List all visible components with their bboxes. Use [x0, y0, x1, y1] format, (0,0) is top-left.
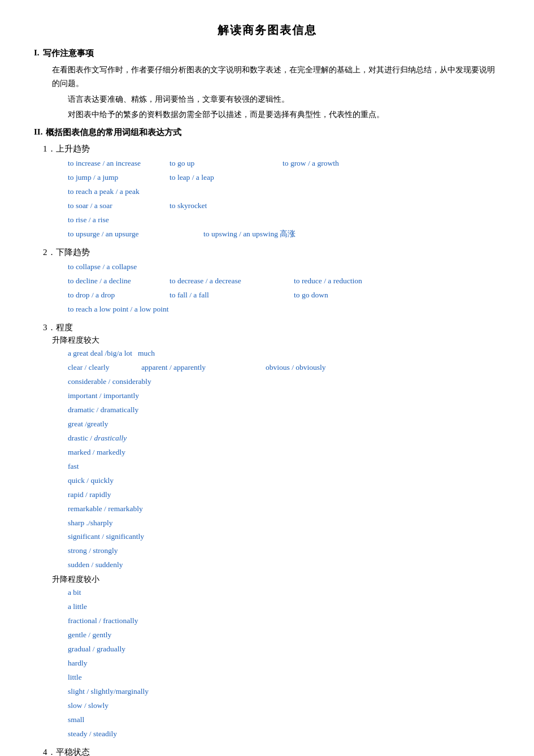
large-3: considerable / considerably [68, 375, 500, 389]
large-14: significant / significantly [68, 530, 500, 544]
item-1-row-2: to jump / a jump to leap / a leap [68, 171, 500, 185]
small-2: a little [68, 600, 500, 614]
vocab-grow: to grow / a growth [283, 157, 339, 171]
item-1-vocab: to increase / an increase to go up to gr… [68, 157, 500, 241]
small-7: little [68, 671, 500, 685]
item-2-row-4: to reach a low point / a low point [68, 303, 500, 317]
large-9: fast [68, 460, 500, 474]
vocab-go-up: to go up [170, 157, 283, 171]
vocab-go-down: to go down [294, 288, 328, 303]
large-10: quick / quickly [68, 474, 500, 488]
section-1-para2: 语言表达要准确、精炼，用词要恰当，文章要有较强的逻辑性。 [68, 93, 500, 106]
item-1-label: 1．上升趋势 [43, 144, 500, 154]
vocab-obvious: obvious / obviously [266, 361, 326, 375]
vocab-clear: clear / clearly [68, 361, 136, 375]
vocab-rise: to rise / a rise [68, 213, 109, 227]
large-13: sharp ./sharply [68, 516, 500, 530]
item-1: 1．上升趋势 to increase / an increase to go u… [34, 144, 500, 241]
small-9: slow / slowly [68, 699, 500, 713]
section-1: I. 写作注意事项 在看图表作文写作时，作者要仔细分析图表的文字说明和数字表述，… [34, 48, 500, 122]
small-1: a bit [68, 586, 500, 600]
item-2-row-2: to decline / a decline to decrease / a d… [68, 274, 500, 288]
sub-heading-large: 升降程度较大 [52, 335, 500, 345]
section-1-title: 写作注意事项 [43, 48, 94, 59]
large-5: dramatic / dramatically [68, 403, 500, 417]
roman-numeral-2: II. [34, 127, 42, 138]
item-3: 3．程度 升降程度较大 a great deal /big/a lot much… [34, 322, 500, 741]
item-1-row-5: to rise / a rise [68, 213, 500, 227]
large-8: marked / markedly [68, 446, 500, 460]
large-15: strong / strongly [68, 544, 500, 558]
vocab-collapse: to collapse / a collapse [68, 260, 137, 274]
vocab-soar: to soar / a soar [68, 199, 170, 213]
section-1-heading: I. 写作注意事项 [34, 48, 500, 59]
small-3: fractional / fractionally [68, 614, 500, 628]
item-2-row-1: to collapse / a collapse [68, 260, 500, 274]
large-16: sudden / suddenly [68, 558, 500, 572]
section-1-para3: 对图表中给予的繁多的资料数据勿需全部予以描述，而是要选择有典型性，代表性的重点。 [68, 108, 500, 122]
vocab-upswing: to upswing / an upswing 高涨 [203, 227, 296, 241]
large-11: rapid / rapidly [68, 488, 500, 502]
section-2-heading: II. 概括图表信息的常用词组和表达方式 [34, 127, 500, 138]
small-4: gentle / gently [68, 628, 500, 642]
item-4: 4．平稳状态 to be hardly changed to have litt… [34, 747, 500, 756]
vocab-upsurge: to upsurge / an upsurge [68, 227, 170, 241]
item-2-row-3: to drop / a drop to fall / a fall to go … [68, 288, 500, 303]
vocab-decline: to decline / a decline [68, 274, 170, 288]
vocab-leap: to leap / a leap [170, 171, 214, 185]
large-7: drastic / drastically [68, 431, 500, 446]
section-2-title: 概括图表信息的常用词组和表达方式 [46, 127, 181, 138]
small-10: small [68, 713, 500, 727]
large-12: remarkable / remarkably [68, 502, 500, 516]
item-1-row-1: to increase / an increase to go up to gr… [68, 157, 500, 171]
large-6: great /greatly [68, 417, 500, 431]
item-2-label: 2．下降趋势 [43, 247, 500, 258]
item-3-small-vocab: a bit a little fractional / fractionally… [68, 586, 500, 741]
page-title: 解读商务图表信息 [34, 23, 500, 38]
vocab-jump: to jump / a jump [68, 171, 170, 185]
vocab-reduce: to reduce / a reduction [294, 274, 362, 288]
vocab-apparent: apparent / apparently [136, 361, 266, 375]
vocab-peak: to reach a peak / a peak [68, 185, 140, 199]
roman-numeral-1: I. [34, 48, 40, 59]
small-5: gradual / gradually [68, 642, 500, 656]
small-8: slight / slightly/marginally [68, 685, 500, 699]
sub-heading-small: 升降程度较小 [52, 574, 500, 585]
item-3-large-vocab: a great deal /big/a lot much clear / cle… [68, 347, 500, 573]
large-2: clear / clearly apparent / apparently ob… [68, 361, 500, 375]
item-3-label: 3．程度 [43, 322, 500, 333]
vocab-low-point: to reach a low point / a low point [68, 303, 168, 317]
item-1-row-4: to soar / a soar to skyrocket [68, 199, 500, 213]
item-1-row-3: to reach a peak / a peak [68, 185, 500, 199]
vocab-decrease: to decrease / a decrease [170, 274, 294, 288]
section-1-para1: 在看图表作文写作时，作者要仔细分析图表的文字说明和数字表述，在完全理解的基础上，… [52, 63, 500, 90]
item-2: 2．下降趋势 to collapse / a collapse to decli… [34, 247, 500, 317]
item-2-vocab: to collapse / a collapse to decline / a … [68, 260, 500, 317]
item-4-label: 4．平稳状态 [43, 747, 500, 756]
large-4: important / importantly [68, 389, 500, 403]
vocab-skyrocket: to skyrocket [170, 199, 207, 213]
vocab-drop: to drop / a drop [68, 288, 170, 303]
section-2: II. 概括图表信息的常用词组和表达方式 1．上升趋势 to increase … [34, 127, 500, 756]
vocab-fall: to fall / a fall [170, 288, 294, 303]
small-6: hardly [68, 656, 500, 671]
item-1-row-6: to upsurge / an upsurge to upswing / an … [68, 227, 500, 241]
vocab-increase: to increase / an increase [68, 157, 170, 171]
small-11: steady / steadily [68, 727, 500, 741]
large-1: a great deal /big/a lot much [68, 347, 500, 361]
